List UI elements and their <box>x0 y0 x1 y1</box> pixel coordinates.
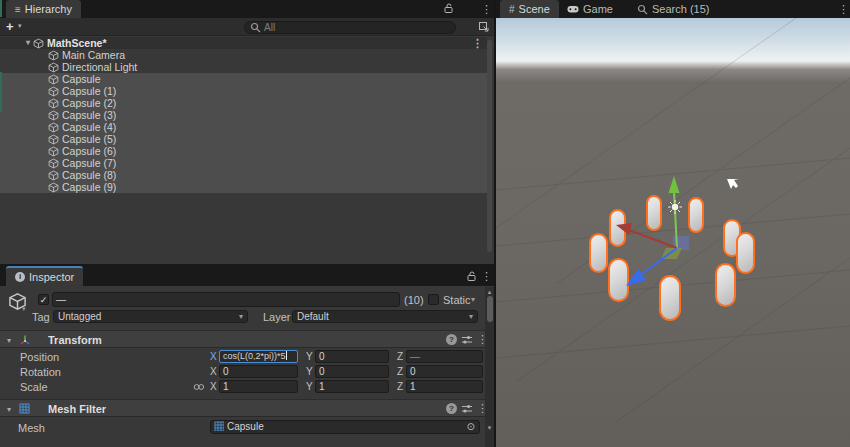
lock-icon[interactable] <box>443 3 454 16</box>
search-icon <box>250 22 261 33</box>
tab-game[interactable]: Game <box>558 0 622 18</box>
hierarchy-item[interactable]: Capsule (8) <box>0 169 487 181</box>
gameobject-icon <box>48 110 59 121</box>
tab-hierarchy-label: Hierarchy <box>25 3 72 15</box>
gameobject-icon <box>48 158 59 169</box>
selection-count: (10) <box>404 294 424 306</box>
hierarchy-item[interactable]: Capsule (1) <box>0 85 487 97</box>
hierarchy-item[interactable]: Capsule <box>0 73 487 85</box>
axis-x-label[interactable]: X <box>210 381 217 392</box>
hierarchy-scene-row[interactable]: ▾ MathScene* ⋮ <box>0 37 487 49</box>
rotation-label: Rotation <box>20 366 61 378</box>
axis-z-label[interactable]: Z <box>397 381 403 392</box>
preset-icon[interactable] <box>461 403 473 415</box>
scene-grid-icon: # <box>509 4 515 15</box>
hierarchy-item[interactable]: Capsule (2) <box>0 97 487 109</box>
inspector-kebab-icon[interactable]: ⋮ <box>481 271 492 281</box>
foldout-icon[interactable]: ▾ <box>26 37 30 49</box>
hierarchy-item[interactable]: Capsule (9) <box>0 181 487 193</box>
position-x-field[interactable]: cos(L(0,2*pi))*5 <box>219 350 298 363</box>
inspector-scrollbar[interactable]: ▲ ▼ <box>485 287 494 447</box>
foldout-icon[interactable]: ▾ <box>7 336 11 345</box>
rotation-x-field[interactable]: 0 <box>219 365 298 378</box>
inspector-panel: i Inspector ⋮ ▾ ✓ — (10) Static ▾ Tag Un… <box>0 266 494 447</box>
axis-z-label[interactable]: Z <box>397 351 403 362</box>
open-search-window-icon[interactable] <box>478 21 489 34</box>
hierarchy-panel: ≡ Hierarchy ⋮ + ▾ All ▾ MathScene* ⋮ <box>0 0 494 264</box>
tag-dropdown[interactable]: Untagged ▾ <box>53 310 248 323</box>
hierarchy-item[interactable]: Capsule (5) <box>0 133 487 145</box>
tab-search[interactable]: Search (15) <box>628 0 718 18</box>
info-icon: i <box>15 272 25 282</box>
lock-icon[interactable] <box>466 271 477 284</box>
axis-x-label[interactable]: X <box>210 366 217 377</box>
scale-y-field[interactable]: 1 <box>315 380 389 393</box>
hierarchy-item[interactable]: Directional Light <box>0 61 487 73</box>
tab-inspector-label: Inspector <box>29 271 74 283</box>
dropdown-arrow-icon: ▾ <box>469 311 473 322</box>
hierarchy-scrollbar[interactable] <box>487 40 492 252</box>
rotation-y-field[interactable]: 0 <box>315 365 389 378</box>
position-z-field[interactable]: — <box>406 350 483 363</box>
dropdown-arrow-icon: ▾ <box>239 311 243 322</box>
object-name-field[interactable]: — <box>52 292 400 307</box>
hierarchy-search-input[interactable]: All <box>244 21 456 34</box>
scale-x-field[interactable]: 1 <box>219 380 298 393</box>
static-checkbox[interactable] <box>428 294 439 305</box>
gameobject-icon <box>48 182 59 193</box>
scale-label: Scale <box>20 381 48 393</box>
hierarchy-kebab-icon[interactable]: ⋮ <box>481 4 492 14</box>
axis-y-label[interactable]: Y <box>306 351 313 362</box>
help-icon[interactable]: ? <box>446 334 457 345</box>
tab-hierarchy[interactable]: ≡ Hierarchy <box>6 0 81 18</box>
mesh-object-field[interactable]: Capsule ⊙ <box>210 420 480 434</box>
scroll-up-icon[interactable]: ▲ <box>485 289 494 295</box>
scene-tabbar: # Scene Game Search (15) ⋮ <box>496 0 850 18</box>
mesh-filter-header[interactable]: ▾ Mesh Filter ? ⋮ <box>0 399 494 417</box>
rotation-z-field[interactable]: 0 <box>406 365 483 378</box>
axis-z-label[interactable]: Z <box>397 366 403 377</box>
hierarchy-item[interactable]: Main Camera <box>0 49 487 61</box>
foldout-icon[interactable]: ▾ <box>7 405 11 414</box>
hierarchy-item[interactable]: Capsule (3) <box>0 109 487 121</box>
active-checkbox[interactable]: ✓ <box>38 294 49 305</box>
create-object-button[interactable]: + <box>6 19 14 34</box>
hierarchy-item[interactable]: Capsule (7) <box>0 157 487 169</box>
transform-header[interactable]: ▾ Transform ? ⋮ <box>0 330 494 348</box>
tab-scene[interactable]: # Scene <box>500 0 559 18</box>
link-scale-icon[interactable] <box>193 382 205 392</box>
gameobject-icon <box>48 50 59 61</box>
static-dropdown-icon[interactable]: ▾ <box>471 295 475 304</box>
scale-z-field[interactable]: 1 <box>406 380 483 393</box>
text-cursor <box>286 351 287 360</box>
gameobject-icon <box>48 146 59 157</box>
axis-y-label[interactable]: Y <box>306 366 313 377</box>
panel-splitter-vertical[interactable] <box>494 0 496 447</box>
mesh-label: Mesh <box>18 422 45 434</box>
cursor-icon <box>727 179 739 189</box>
create-object-dropdown-icon[interactable]: ▾ <box>18 22 22 30</box>
object-icon-dropdown[interactable]: ▾ <box>22 305 26 313</box>
search-placeholder: All <box>264 22 275 33</box>
gameobject-icon <box>48 170 59 181</box>
help-icon[interactable]: ? <box>446 403 457 414</box>
scroll-down-icon[interactable]: ▼ <box>485 425 494 431</box>
axis-y-label[interactable]: Y <box>306 381 313 392</box>
panel-splitter-horizontal[interactable] <box>0 264 496 266</box>
tab-inspector[interactable]: i Inspector <box>6 266 83 286</box>
mesh-filter-title: Mesh Filter <box>48 403 106 415</box>
hierarchy-item[interactable]: Capsule (4) <box>0 121 487 133</box>
hierarchy-item[interactable]: Capsule (6) <box>0 145 487 157</box>
layer-dropdown[interactable]: Default ▾ <box>292 310 478 323</box>
dock-edge-accent <box>0 72 2 112</box>
transform-title: Transform <box>48 334 102 346</box>
scene-row-kebab-icon[interactable]: ⋮ <box>472 38 483 48</box>
move-gizmo[interactable] <box>496 18 850 447</box>
scene-viewport[interactable] <box>496 18 850 447</box>
object-picker-icon[interactable]: ⊙ <box>467 421 475 433</box>
mesh-icon <box>214 421 224 431</box>
axis-x-label[interactable]: X <box>210 351 217 362</box>
scene-kebab-icon[interactable]: ⋮ <box>838 4 849 14</box>
preset-icon[interactable] <box>461 334 473 346</box>
position-y-field[interactable]: 0 <box>315 350 389 363</box>
